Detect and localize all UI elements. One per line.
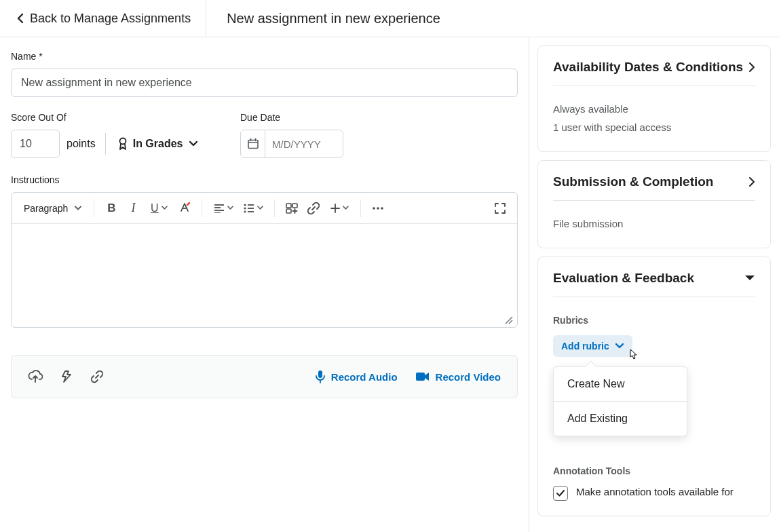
svg-point-11 [244, 207, 246, 209]
back-link[interactable]: Back to Manage Assignments [0, 0, 206, 37]
chevron-down-icon [744, 275, 755, 282]
chevron-down-icon [189, 140, 198, 147]
create-new-option[interactable]: Create New [554, 367, 687, 401]
italic-icon: I [131, 201, 135, 215]
in-grades-button[interactable]: In Grades [115, 133, 201, 155]
separator [360, 200, 361, 217]
chevron-down-icon [615, 343, 624, 349]
chevron-right-icon [748, 62, 755, 73]
chevron-down-icon [75, 206, 81, 211]
quicklink-button[interactable] [60, 370, 73, 383]
svg-point-0 [119, 138, 126, 145]
evaluation-panel: Evaluation & Feedback Rubrics Add rubric… [537, 256, 771, 516]
availability-line2: 1 user with special access [553, 118, 755, 136]
underline-button[interactable]: U [145, 198, 173, 218]
annotation-checkbox-label: Make annotation tools available for [576, 486, 734, 497]
annotation-checkbox[interactable] [553, 486, 568, 501]
side-column: Availability Dates & Conditions Always a… [529, 37, 779, 532]
paragraph-select[interactable]: Paragraph [18, 200, 87, 216]
chevron-down-icon [257, 206, 263, 210]
availability-panel: Availability Dates & Conditions Always a… [537, 45, 771, 152]
availability-header[interactable]: Availability Dates & Conditions [553, 60, 755, 86]
submission-header[interactable]: Submission & Completion [553, 174, 755, 201]
add-rubric-label: Add rubric [561, 341, 609, 352]
calendar-button[interactable] [241, 130, 265, 157]
submission-line1: File submission [553, 214, 755, 233]
evaluation-title: Evaluation & Feedback [553, 271, 694, 286]
plus-icon [330, 204, 340, 213]
underline-icon: U [151, 202, 159, 214]
svg-point-25 [381, 207, 384, 210]
separator [274, 200, 275, 217]
separator [94, 200, 94, 217]
header-bar: Back to Manage Assignments New assignmen… [0, 0, 779, 37]
list-button[interactable] [239, 198, 267, 218]
points-label: points [66, 138, 96, 150]
divider [105, 133, 106, 155]
insert-link-button[interactable] [303, 198, 324, 218]
upload-icon [28, 370, 43, 383]
paragraph-label: Paragraph [24, 203, 68, 214]
svg-point-24 [377, 207, 380, 210]
in-grades-label: In Grades [133, 138, 183, 150]
evaluation-header[interactable]: Evaluation & Feedback [553, 271, 755, 297]
upload-button[interactable] [28, 370, 43, 383]
duedate-label: Due Date [240, 112, 343, 123]
chevron-left-icon [16, 13, 24, 24]
submission-panel: Submission & Completion File submission [537, 160, 771, 248]
add-existing-option[interactable]: Add Existing [554, 401, 687, 436]
svg-line-27 [509, 320, 512, 324]
bullet-list-icon [244, 204, 254, 213]
attach-link-button[interactable] [90, 370, 104, 383]
chevron-down-icon [343, 206, 349, 210]
video-icon [415, 371, 430, 382]
record-video-label: Record Video [436, 371, 501, 383]
more-actions-button[interactable] [368, 198, 388, 218]
record-audio-button[interactable]: Record Audio [315, 370, 398, 383]
svg-point-23 [373, 207, 376, 210]
rich-text-editor: Paragraph B I U [11, 192, 518, 328]
fullscreen-icon [494, 202, 506, 214]
link-icon [307, 202, 320, 214]
score-input[interactable] [11, 130, 60, 158]
page-title: New assignment in new experience [206, 11, 440, 26]
quicklink-icon [60, 370, 73, 383]
svg-point-12 [244, 210, 246, 212]
name-input[interactable] [11, 69, 518, 97]
main-column: Name * Score Out Of points In Grades [0, 37, 529, 532]
chevron-down-icon [162, 206, 168, 210]
svg-rect-1 [248, 140, 258, 149]
add-rubric-button[interactable]: Add rubric [553, 335, 632, 357]
text-color-icon [178, 202, 191, 214]
insert-more-button[interactable] [325, 198, 354, 218]
editor-toolbar: Paragraph B I U [12, 193, 517, 224]
ribbon-icon [118, 137, 128, 151]
calendar-icon [247, 138, 259, 150]
fullscreen-button[interactable] [490, 198, 510, 218]
editor-textarea[interactable] [12, 224, 517, 327]
link-icon [90, 370, 104, 383]
chevron-right-icon [748, 176, 755, 187]
record-video-button[interactable]: Record Video [415, 371, 501, 383]
duedate-input[interactable] [265, 130, 340, 157]
svg-line-26 [506, 317, 512, 324]
align-button[interactable] [209, 198, 238, 218]
ellipsis-icon [372, 206, 384, 210]
align-left-icon [214, 204, 225, 213]
resize-handle-icon[interactable] [504, 315, 513, 324]
italic-button[interactable]: I [123, 198, 143, 218]
rubrics-heading: Rubrics [553, 315, 755, 326]
svg-point-10 [244, 204, 246, 206]
separator [202, 200, 202, 217]
bold-button[interactable]: B [101, 198, 121, 218]
svg-rect-28 [318, 370, 322, 378]
text-color-button[interactable] [174, 198, 195, 218]
microphone-icon [315, 370, 326, 383]
availability-title: Availability Dates & Conditions [553, 60, 743, 75]
insert-stuff-button[interactable] [282, 198, 302, 218]
svg-rect-16 [286, 204, 291, 208]
attachments-bar: Record Audio Record Video [11, 355, 518, 398]
svg-rect-18 [286, 209, 291, 213]
record-audio-label: Record Audio [331, 371, 398, 383]
back-label: Back to Manage Assignments [30, 12, 191, 26]
